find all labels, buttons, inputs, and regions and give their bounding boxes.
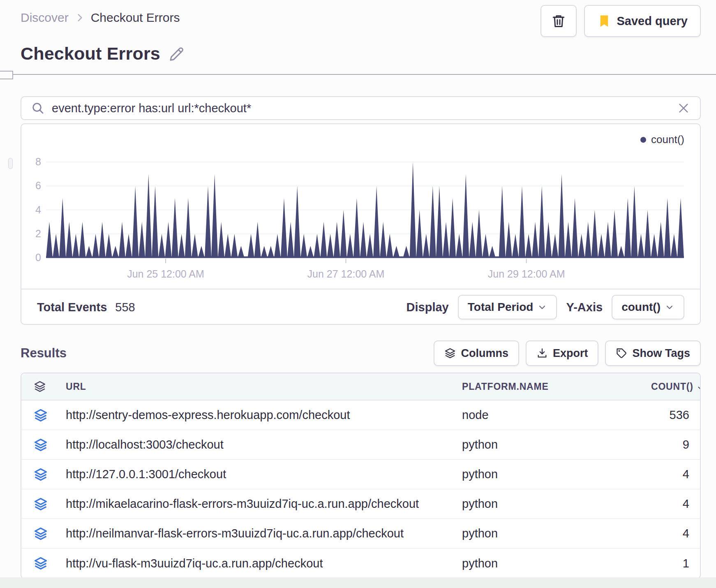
url-cell: http://localhost:3003/checkout bbox=[66, 438, 462, 451]
url-cell: http://127.0.0.1:3001/checkout bbox=[66, 468, 462, 481]
download-icon bbox=[536, 347, 548, 359]
open-group-button[interactable] bbox=[34, 556, 66, 570]
open-group-button[interactable] bbox=[34, 408, 66, 422]
url-cell: http://sentry-demos-express.herokuapp.co… bbox=[66, 408, 462, 422]
yaxis-label: Y-Axis bbox=[566, 301, 603, 314]
breadcrumb-current: Checkout Errors bbox=[91, 11, 180, 25]
search-bar bbox=[21, 96, 701, 120]
bookmark-icon bbox=[597, 14, 611, 28]
export-label: Export bbox=[553, 347, 588, 360]
yaxis-dropdown-value: count() bbox=[621, 301, 661, 314]
platform-cell: python bbox=[462, 497, 651, 511]
export-button[interactable]: Export bbox=[526, 340, 599, 366]
display-label: Display bbox=[407, 301, 449, 314]
x-axis-tick-label: Jun 25 12:00 AM bbox=[127, 268, 204, 280]
column-header-platform[interactable]: PLATFORM.NAME bbox=[462, 381, 651, 392]
table-header-row: URL PLATFORM.NAME COUNT() bbox=[21, 373, 700, 400]
page-header: Discover Checkout Errors Saved query Che… bbox=[0, 0, 716, 75]
display-dropdown[interactable]: Total Period bbox=[458, 295, 557, 319]
show-tags-button[interactable]: Show Tags bbox=[605, 340, 701, 366]
layers-icon bbox=[34, 380, 66, 393]
trash-icon bbox=[551, 14, 566, 28]
search-icon bbox=[31, 102, 44, 115]
saved-query-button[interactable]: Saved query bbox=[584, 5, 701, 37]
url-cell: http://mikaelacarino-flask-errors-m3uuiz… bbox=[66, 497, 462, 511]
total-events-label: Total Events bbox=[37, 301, 107, 314]
clear-search-button[interactable] bbox=[677, 102, 690, 115]
url-cell: http://vu-flask-m3uuizd7iq-uc.a.run.app/… bbox=[66, 557, 462, 570]
platform-cell: python bbox=[462, 557, 651, 570]
delete-query-button[interactable] bbox=[540, 5, 577, 37]
yaxis-dropdown[interactable]: count() bbox=[612, 295, 684, 319]
results-heading: Results bbox=[21, 346, 67, 361]
close-icon bbox=[677, 102, 690, 115]
platform-cell: python bbox=[462, 438, 651, 451]
column-header-url[interactable]: URL bbox=[66, 381, 462, 392]
y-axis-tick-label: 0 bbox=[21, 252, 41, 264]
url-cell: http://neilmanvar-flask-errors-m3uuizd7i… bbox=[66, 527, 462, 540]
platform-cell: node bbox=[462, 408, 651, 422]
y-axis-tick-label: 4 bbox=[21, 204, 41, 216]
display-dropdown-value: Total Period bbox=[468, 301, 534, 314]
page-title: Checkout Errors bbox=[21, 44, 160, 64]
count-cell: 4 bbox=[651, 468, 689, 481]
column-header-count[interactable]: COUNT() bbox=[651, 381, 701, 392]
legend-dot bbox=[640, 137, 646, 143]
chart-body: count() 02468Jun 25 12:00 AMJun 27 12:00… bbox=[21, 124, 700, 289]
search-input[interactable] bbox=[52, 102, 670, 115]
chart-footer: Total Events 558 Display Total Period Y-… bbox=[21, 289, 700, 325]
x-axis-tick-label: Jun 27 12:00 AM bbox=[307, 268, 385, 280]
layers-icon bbox=[444, 347, 456, 359]
table-row: http://sentry-demos-express.herokuapp.co… bbox=[21, 400, 700, 430]
saved-query-label: Saved query bbox=[617, 14, 688, 28]
count-cell: 9 bbox=[651, 438, 689, 451]
total-events-value: 558 bbox=[115, 301, 135, 314]
pencil-icon bbox=[169, 46, 185, 62]
page-bottom-strip bbox=[0, 577, 716, 588]
scrollbar-pill[interactable] bbox=[8, 158, 13, 169]
tag-icon bbox=[616, 347, 627, 359]
open-group-button[interactable] bbox=[34, 468, 66, 482]
table-row: http://localhost:3003/checkout python 9 bbox=[21, 430, 700, 460]
chart-panel: count() 02468Jun 25 12:00 AMJun 27 12:00… bbox=[21, 123, 701, 325]
edit-title-button[interactable] bbox=[169, 46, 185, 62]
count-cell: 1 bbox=[651, 557, 689, 570]
y-axis-tick-label: 6 bbox=[21, 180, 41, 192]
table-body: http://sentry-demos-express.herokuapp.co… bbox=[21, 400, 700, 578]
columns-button[interactable]: Columns bbox=[434, 340, 519, 366]
panel-collapse-handle[interactable] bbox=[0, 71, 13, 79]
count-cell: 4 bbox=[651, 527, 689, 540]
legend-item-count[interactable]: count() bbox=[640, 133, 684, 146]
table-row: http://mikaelacarino-flask-errors-m3uuiz… bbox=[21, 489, 700, 519]
show-tags-label: Show Tags bbox=[632, 347, 690, 360]
x-axis-tick-label: Jun 29 12:00 AM bbox=[488, 268, 565, 280]
chevron-down-icon bbox=[537, 302, 547, 312]
count-cell: 536 bbox=[651, 408, 689, 422]
table-row: http://vu-flask-m3uuizd7iq-uc.a.run.app/… bbox=[21, 549, 700, 578]
results-table: URL PLATFORM.NAME COUNT() http://sentry-… bbox=[21, 373, 701, 579]
open-group-button[interactable] bbox=[34, 497, 66, 511]
count-header-label: COUNT() bbox=[651, 381, 693, 392]
platform-cell: python bbox=[462, 468, 651, 481]
sort-desc-icon bbox=[696, 382, 701, 391]
chevron-right-icon bbox=[74, 12, 85, 23]
y-axis-tick-label: 2 bbox=[21, 228, 41, 240]
legend-label: count() bbox=[651, 133, 684, 146]
platform-cell: python bbox=[462, 527, 651, 540]
chevron-down-icon bbox=[665, 302, 674, 312]
count-cell: 4 bbox=[651, 497, 689, 511]
chart-plot-svg[interactable] bbox=[46, 149, 684, 263]
columns-label: Columns bbox=[461, 347, 508, 360]
breadcrumb-discover-link[interactable]: Discover bbox=[21, 11, 69, 25]
y-axis-tick-label: 8 bbox=[21, 156, 41, 168]
table-row: http://127.0.0.1:3001/checkout python 4 bbox=[21, 460, 700, 489]
table-row: http://neilmanvar-flask-errors-m3uuizd7i… bbox=[21, 519, 700, 549]
open-group-button[interactable] bbox=[34, 527, 66, 541]
open-group-button[interactable] bbox=[34, 438, 66, 452]
